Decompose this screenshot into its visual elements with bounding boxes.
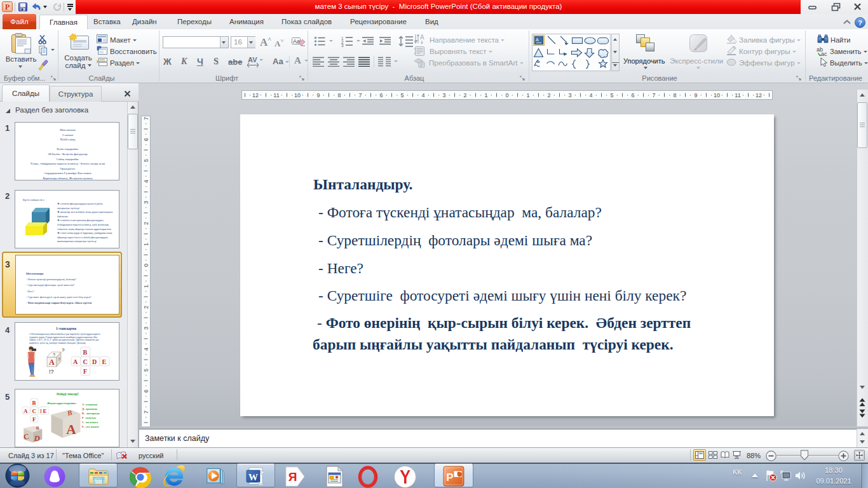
- svg-text:4: 4: [143, 348, 149, 351]
- svg-text:2: 2: [143, 222, 149, 225]
- svg-text:ac: ac: [821, 51, 827, 57]
- svg-text:!?: !?: [49, 369, 54, 375]
- svg-text:5: 5: [610, 92, 613, 98]
- svg-text:6: 6: [143, 390, 149, 393]
- svg-text:12: 12: [252, 92, 259, 98]
- svg-text:E: E: [43, 408, 47, 414]
- svg-text:4: 4: [589, 92, 592, 98]
- svg-text:W: W: [248, 472, 258, 482]
- svg-text:?: ?: [61, 348, 65, 354]
- svg-text:2: 2: [547, 92, 550, 98]
- svg-text:А: А: [420, 34, 424, 41]
- svg-text:B: B: [67, 409, 72, 417]
- svg-text:10: 10: [294, 92, 301, 98]
- svg-text:6: 6: [143, 138, 149, 141]
- svg-text:1: 1: [143, 243, 149, 246]
- svg-text:5: 5: [143, 159, 149, 162]
- svg-text:7: 7: [358, 92, 362, 98]
- svg-text:12: 12: [756, 92, 762, 98]
- svg-text:7: 7: [652, 92, 655, 98]
- svg-text:D: D: [33, 433, 40, 443]
- svg-text:3: 3: [143, 327, 149, 330]
- svg-text:1: 1: [484, 92, 487, 98]
- svg-text:C: C: [32, 408, 37, 414]
- svg-text:E: E: [102, 358, 107, 365]
- svg-text:3: 3: [442, 92, 445, 98]
- svg-text:9: 9: [316, 92, 320, 98]
- svg-text:F: F: [83, 368, 87, 375]
- svg-text:4: 4: [421, 92, 424, 98]
- svg-text:C: C: [83, 358, 88, 365]
- svg-text:7: 7: [143, 117, 149, 120]
- svg-text:B: B: [32, 400, 36, 406]
- svg-text:6: 6: [631, 92, 634, 98]
- svg-text:P: P: [5, 3, 10, 11]
- svg-text:3: 3: [568, 92, 571, 98]
- svg-text:8: 8: [337, 92, 341, 98]
- svg-text:6: 6: [379, 92, 383, 98]
- svg-text:11: 11: [735, 92, 740, 98]
- svg-text:A: A: [536, 37, 539, 42]
- svg-text:9: 9: [694, 92, 697, 98]
- svg-text:8: 8: [673, 92, 676, 98]
- svg-text:A: A: [73, 358, 78, 365]
- svg-text:5: 5: [143, 369, 149, 372]
- svg-text:0: 0: [143, 264, 149, 267]
- svg-text:7: 7: [143, 410, 149, 414]
- svg-text:?: ?: [858, 19, 862, 27]
- svg-text:А: А: [49, 358, 55, 367]
- svg-text:11: 11: [273, 92, 279, 98]
- svg-text:P: P: [446, 471, 453, 484]
- svg-text:D: D: [92, 358, 97, 365]
- svg-text:A: A: [66, 422, 76, 437]
- svg-text:5: 5: [400, 92, 403, 98]
- svg-text:10: 10: [714, 92, 720, 98]
- svg-text:2: 2: [143, 306, 149, 309]
- svg-text:4: 4: [143, 180, 149, 183]
- svg-text:A: A: [24, 408, 28, 414]
- svg-text:?: ?: [58, 357, 60, 362]
- svg-text:3: 3: [143, 201, 149, 204]
- svg-text:Я: Я: [288, 470, 297, 484]
- svg-text:1: 1: [526, 92, 529, 98]
- svg-text:1: 1: [143, 285, 149, 288]
- svg-text:2: 2: [463, 92, 466, 98]
- svg-text:3: 3: [341, 43, 344, 47]
- svg-text:B: B: [83, 349, 88, 356]
- svg-text:0: 0: [505, 92, 508, 98]
